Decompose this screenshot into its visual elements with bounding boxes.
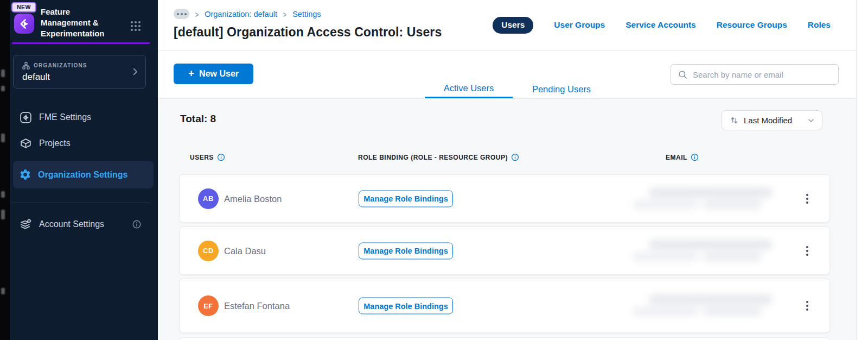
- app-logo: [14, 14, 34, 34]
- column-header-email: EMAIL: [666, 153, 699, 161]
- search-box: [671, 64, 839, 85]
- redacted-email: [633, 293, 779, 319]
- gear-icon: [19, 168, 31, 181]
- tab-resource-groups[interactable]: Resource Groups: [717, 20, 787, 30]
- org-selector-value: default: [22, 72, 50, 83]
- column-header-users: USERS: [190, 153, 225, 161]
- redacted-email: [633, 186, 779, 212]
- chevron-separator-icon: >: [195, 9, 199, 19]
- table-row: AB Amelia Boston Manage Role Bindings: [179, 174, 830, 223]
- avatar: AB: [198, 188, 219, 209]
- sidebar: NEW Feature Management & Experimentation: [10, 0, 158, 340]
- sidebar-item-label: FME Settings: [39, 112, 91, 122]
- sidebar-item-label: Account Settings: [39, 219, 104, 229]
- avatar: CD: [198, 241, 219, 261]
- info-icon[interactable]: [691, 153, 699, 161]
- sidebar-divider: [12, 203, 150, 203]
- column-header-role-binding: ROLE BINDING (ROLE - RESOURCE GROUP): [358, 153, 519, 161]
- tab-users[interactable]: Users: [493, 17, 533, 34]
- sort-dropdown-value: Last Modified: [744, 116, 802, 125]
- cube-icon: [19, 137, 33, 150]
- info-icon[interactable]: [511, 153, 519, 161]
- user-name: Amelia Boston: [224, 193, 282, 204]
- tab-active-users[interactable]: Active Users: [425, 80, 513, 98]
- app-window: NEW Feature Management & Experimentation: [0, 0, 868, 340]
- manage-role-bindings-button[interactable]: Manage Role Bindings: [359, 242, 453, 259]
- organization-selector[interactable]: ORGANIZATIONS default: [13, 55, 146, 89]
- tab-service-accounts[interactable]: Service Accounts: [626, 20, 696, 30]
- user-name: Estefan Fontana: [224, 301, 290, 311]
- breadcrumb: > Organization: default > Settings: [174, 9, 321, 19]
- manage-role-bindings-button[interactable]: Manage Role Bindings: [359, 190, 453, 207]
- user-name: Cala Dasu: [224, 245, 266, 256]
- breadcrumb-link-organization[interactable]: Organization: default: [205, 10, 277, 18]
- access-control-nav-tabs: Users User Groups Service Accounts Resou…: [493, 17, 831, 33]
- new-badge: NEW: [11, 2, 36, 12]
- breadcrumb-link-settings[interactable]: Settings: [292, 10, 321, 18]
- search-icon: [678, 70, 688, 80]
- chevron-right-icon: [130, 67, 140, 77]
- manage-role-bindings-button[interactable]: Manage Role Bindings: [359, 298, 453, 314]
- sidebar-accent-rule: [12, 42, 150, 44]
- fme-settings-icon: [19, 111, 33, 124]
- total-count: Total: 8: [180, 113, 216, 125]
- info-icon[interactable]: [217, 153, 225, 161]
- row-kebab-menu-button[interactable]: [801, 299, 813, 313]
- app-grid-icon[interactable]: [129, 20, 142, 33]
- table-row: EF Estefan Fontana Manage Role Bindings: [179, 279, 830, 333]
- sidebar-item-label: Projects: [39, 138, 71, 148]
- plus-icon: +: [188, 67, 194, 79]
- main-content: > Organization: default > Settings [defa…: [158, 0, 856, 340]
- sidebar-item-label: Organization Settings: [38, 170, 127, 180]
- row-kebab-menu-button[interactable]: [801, 192, 813, 206]
- table-row-partial: [179, 337, 830, 340]
- chevron-separator-icon: >: [283, 9, 287, 19]
- tab-user-groups[interactable]: User Groups: [554, 20, 605, 30]
- split-logo-icon: [18, 17, 31, 30]
- new-user-button[interactable]: + New User: [174, 64, 253, 84]
- tab-pending-users[interactable]: Pending Users: [521, 80, 602, 98]
- background-window-edge: [0, 0, 10, 340]
- product-name: Feature Management & Experimentation: [41, 7, 122, 39]
- header-divider: [158, 50, 856, 51]
- org-selector-label: ORGANIZATIONS: [34, 62, 87, 68]
- layers-gear-icon: [19, 218, 33, 231]
- row-kebab-menu-button[interactable]: [801, 244, 813, 258]
- chevron-down-icon: [807, 116, 815, 125]
- sort-arrows-icon: [730, 116, 739, 125]
- panel-right-border: [856, 0, 857, 340]
- avatar: EF: [198, 295, 219, 316]
- tab-roles[interactable]: Roles: [808, 20, 831, 30]
- search-input[interactable]: [693, 70, 832, 79]
- redacted-email: [633, 238, 779, 264]
- sidebar-item-organization-settings[interactable]: Organization Settings: [13, 161, 154, 188]
- new-user-button-label: New User: [199, 69, 239, 79]
- sort-dropdown[interactable]: Last Modified: [722, 110, 822, 130]
- sidebar-item-fme-settings[interactable]: FME Settings: [13, 106, 154, 128]
- table-row: CD Cala Dasu Manage Role Bindings: [179, 226, 830, 275]
- breadcrumb-ellipsis-button[interactable]: [174, 9, 189, 19]
- page-title: [default] Organization Access Control: U…: [174, 25, 442, 40]
- sidebar-item-projects[interactable]: Projects: [13, 133, 154, 154]
- info-icon[interactable]: [132, 219, 142, 229]
- org-hierarchy-icon: [22, 61, 30, 70]
